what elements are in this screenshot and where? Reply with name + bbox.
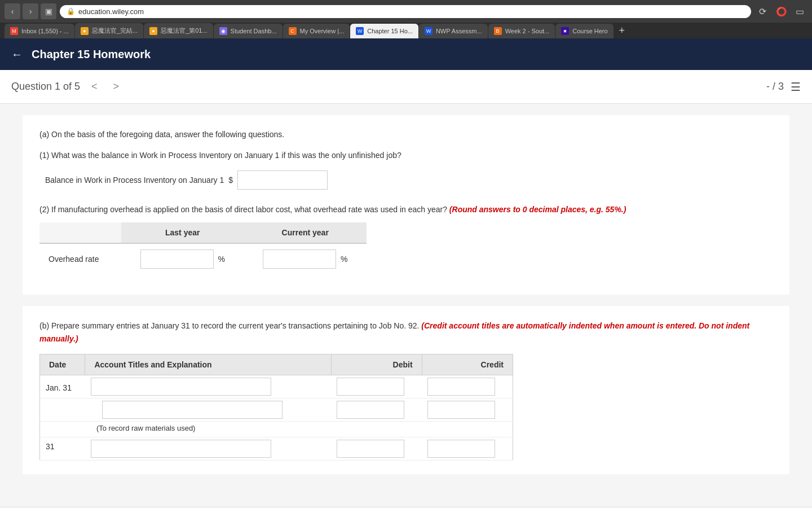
balance-input-row: Balance in Work in Process Inventory on …	[39, 170, 773, 190]
credit-input-31-1[interactable]	[427, 440, 495, 458]
question-nav: Question 1 of 5 < > - / 3 ☰	[0, 70, 812, 104]
balance-input[interactable]	[237, 170, 328, 190]
balance-label: Balance in Work in Process Inventory on …	[45, 176, 224, 185]
tab-favicon-myoverview: C	[289, 27, 297, 35]
lock-icon: 🔒	[67, 7, 75, 15]
col-debit: Debit	[331, 354, 422, 375]
tab-favicon-3: ●	[149, 27, 157, 35]
q1-label: (1) What was the balance in Work in Proc…	[39, 150, 773, 161]
score-text: - / 3	[766, 81, 784, 93]
prev-question-button[interactable]: <	[87, 78, 102, 95]
tab-favicon-2: ●	[81, 27, 89, 35]
tab-label-2: 惡魔法官_完結...	[92, 27, 138, 35]
back-button[interactable]: ←	[11, 48, 23, 61]
tab-student[interactable]: ◉ Student Dashb...	[214, 24, 283, 38]
journal-row-31-1: 31	[40, 437, 513, 461]
tab-label-coursehero: Course Hero	[572, 28, 607, 34]
tab-favicon-week2: B	[494, 27, 502, 35]
account-input-jan31-2[interactable]	[102, 401, 283, 419]
last-year-input-cell: %	[121, 243, 244, 274]
note-text-1: (To record raw materials used)	[85, 422, 513, 437]
forward-nav-button[interactable]: ›	[23, 3, 38, 19]
credit-cell-1	[422, 375, 513, 398]
question-info: Question 1 of 5 < >	[11, 78, 123, 95]
q2-label: (2) If manufacturing overhead is applied…	[39, 205, 447, 214]
account-cell-2	[85, 398, 331, 422]
tab-nwp[interactable]: W NWP Assessm...	[419, 24, 488, 38]
address-url: education.wiley.com	[78, 7, 144, 16]
debit-cell-31-1	[331, 437, 422, 461]
date-empty-1	[40, 398, 85, 422]
col-account: Account Titles and Explanation	[85, 354, 331, 375]
debit-input-jan31-2[interactable]	[337, 401, 404, 419]
q2-text: (2) If manufacturing overhead is applied…	[39, 203, 773, 216]
col-date: Date	[40, 354, 85, 375]
dollar-sign: $	[228, 176, 233, 185]
debit-cell-1	[331, 375, 422, 398]
tab-chapter15[interactable]: W Chapter 15 Ho...	[350, 24, 418, 38]
app-title: Chapter 15 Homework	[32, 48, 151, 61]
journal-row-jan31-2	[40, 398, 513, 422]
debit-input-31-1[interactable]	[337, 440, 404, 458]
tab-layout-button[interactable]: ▣	[41, 3, 56, 19]
tab-gmail[interactable]: M Inbox (1,550) - ...	[5, 24, 74, 38]
debit-input-jan31-1[interactable]	[337, 378, 404, 396]
credit-cell-2	[422, 398, 513, 422]
current-year-percent: %	[341, 255, 347, 264]
share-button[interactable]: ⭕	[774, 3, 789, 19]
current-year-overhead-input[interactable]	[263, 249, 336, 269]
back-nav-button[interactable]: ‹	[5, 3, 20, 19]
journal-row-jan31-1: Jan. 31	[40, 375, 513, 398]
last-year-percent: %	[218, 255, 224, 264]
journal-table: Date Account Titles and Explanation Debi…	[39, 354, 513, 461]
tab-label-3: 惡魔法官_第01...	[161, 27, 208, 35]
question-list-button[interactable]: ☰	[791, 80, 801, 94]
tab-label-student: Student Dashb...	[231, 28, 277, 34]
journal-note-row-1: (To record raw materials used)	[40, 422, 513, 437]
last-year-overhead-input[interactable]	[140, 249, 214, 269]
account-cell-1	[85, 375, 331, 398]
tab-coursehero[interactable]: ★ Course Hero	[555, 24, 613, 38]
tab-3[interactable]: ● 惡魔法官_第01...	[144, 23, 213, 38]
date-31: 31	[40, 437, 85, 461]
q2-note: (Round answers to 0 decimal places, e.g.…	[449, 205, 626, 214]
new-tab-button[interactable]: +	[614, 23, 630, 38]
debit-cell-2	[331, 398, 422, 422]
account-input-jan31-1[interactable]	[91, 378, 271, 396]
part-b-block: (b) Prepare summary entries at January 3…	[23, 306, 789, 474]
next-question-button[interactable]: >	[109, 78, 124, 95]
date-jan31: Jan. 31	[40, 375, 85, 398]
tab-label-nwp: NWP Assessm...	[436, 28, 482, 34]
fullscreen-button[interactable]: ▭	[792, 3, 807, 19]
account-input-31-1[interactable]	[91, 440, 271, 458]
overhead-rate-label: Overhead rate	[39, 243, 121, 274]
address-bar[interactable]: 🔒 education.wiley.com	[60, 5, 751, 18]
tabs-bar: M Inbox (1,550) - ... ● 惡魔法官_完結... ● 惡魔法…	[0, 23, 812, 38]
tab-favicon-coursehero: ★	[561, 27, 569, 35]
tab-week2[interactable]: B Week 2 - Sout...	[488, 24, 555, 38]
tab-favicon-chapter15: W	[356, 27, 364, 35]
question-label: Question 1 of 5	[11, 81, 80, 93]
question-score: - / 3 ☰	[766, 80, 801, 94]
credit-input-jan31-2[interactable]	[427, 401, 495, 419]
tab-label-gmail: Inbox (1,550) - ...	[21, 28, 69, 34]
tab-myoverview[interactable]: C My Overview |...	[283, 24, 350, 38]
tab-favicon-gmail: M	[10, 27, 18, 35]
last-year-header: Last year	[121, 222, 244, 243]
credit-input-jan31-1[interactable]	[427, 378, 495, 396]
app-header: ← Chapter 15 Homework	[0, 38, 812, 70]
account-cell-31-1	[85, 437, 331, 461]
current-year-input-cell: %	[244, 243, 367, 274]
tab-label-myoverview: My Overview |...	[300, 28, 345, 34]
tab-favicon-nwp: W	[425, 27, 433, 35]
tab-2[interactable]: ● 惡魔法官_完結...	[75, 23, 143, 38]
tab-favicon-student: ◉	[219, 27, 227, 35]
overhead-empty-header	[39, 222, 121, 243]
browser-chrome: ‹ › ▣ 🔒 education.wiley.com ⟳ ⭕ ▭ M Inbo…	[0, 0, 812, 38]
note-date-empty	[40, 422, 85, 437]
journal-table-wrap: Date Account Titles and Explanation Debi…	[39, 354, 773, 461]
tab-label-week2: Week 2 - Sout...	[505, 28, 550, 34]
reload-button[interactable]: ⟳	[754, 3, 770, 19]
part-a-block: (a) On the basis of the foregoing data, …	[23, 115, 789, 295]
part-b-text: (b) Prepare summary entries at January 3…	[39, 319, 773, 345]
